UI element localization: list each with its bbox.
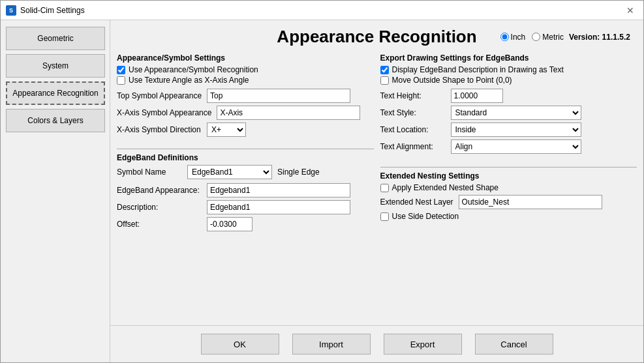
cb-use-texture-label: Use Texture Angle as X-Axis Angle: [129, 76, 249, 85]
main-window: S Solid-Cim Settings ✕ Geometric System …: [0, 0, 644, 363]
symbol-name-label: Symbol Name: [117, 167, 182, 177]
offset-label: Offset:: [117, 220, 202, 229]
cb-move-outside[interactable]: [380, 76, 389, 85]
text-location-row: Text Location: Inside Outside: [380, 123, 637, 137]
text-style-label: Text Style:: [380, 108, 446, 117]
text-location-label: Text Location:: [380, 125, 446, 134]
xaxis-symbol-row: X-Axis Symbol Appearance: [117, 106, 374, 120]
radio-inch-item: Inch: [500, 33, 526, 42]
text-style-select[interactable]: Standard: [451, 106, 581, 120]
description-label: Description:: [117, 203, 202, 212]
extended-nest-layer-row: Extended Nest Layer: [380, 195, 637, 209]
xaxis-direction-row: X-Axis Symbol Direction X+ X- Y+ Y-: [117, 123, 374, 137]
radio-inch-label: Inch: [511, 33, 526, 42]
cb-use-side-detection[interactable]: [380, 212, 389, 221]
close-button[interactable]: ✕: [622, 4, 638, 17]
edgeband-appearance-row: EdgeBand Appearance:: [117, 183, 374, 197]
right-panel: Export Drawing Settings for EdgeBands Di…: [380, 53, 637, 325]
cb-apply-extended-label: Apply Extended Nested Shape: [392, 183, 498, 192]
radio-metric-item: Metric: [532, 33, 564, 42]
sidebar-item-system[interactable]: System: [6, 54, 105, 78]
sidebar-item-geometric[interactable]: Geometric: [6, 27, 105, 50]
title-bar-left: S Solid-Cim Settings: [6, 5, 85, 16]
cb-move-outside-label: Move Outside Shape to Point (0,0): [392, 76, 512, 85]
panels-row: Appearance/Symbol Settings Use Appearanc…: [110, 53, 643, 325]
cb-use-side-detection-label: Use Side Detection: [392, 212, 459, 221]
app-icon: S: [6, 5, 16, 16]
cb-display-edgeband[interactable]: [380, 66, 389, 74]
description-input[interactable]: [207, 200, 350, 214]
radio-metric-label: Metric: [542, 33, 564, 42]
edgeband-section: EdgeBand Definitions Symbol Name EdgeBan…: [117, 149, 374, 234]
ok-button[interactable]: OK: [201, 334, 279, 355]
radio-inch[interactable]: [500, 33, 509, 41]
text-alignment-select[interactable]: Align Left Center Right: [451, 139, 581, 154]
cb-use-appearance-row: Use Appearance/Symbol Recognition: [117, 65, 374, 74]
text-alignment-label: Text Alignment:: [380, 142, 446, 151]
right-section-upper: Export Drawing Settings for EdgeBands Di…: [380, 53, 637, 156]
unit-radio-group: Inch Metric: [500, 33, 564, 42]
text-location-select[interactable]: Inside Outside: [451, 123, 581, 137]
page-title: Appearance Recognition: [277, 27, 476, 47]
left-panel: Appearance/Symbol Settings Use Appearanc…: [117, 53, 374, 325]
sidebar: Geometric System Appearance Recognition …: [1, 20, 110, 362]
export-button[interactable]: Export: [384, 334, 462, 355]
cb-display-edgeband-row: Display EdgeBand Description in Drawing …: [380, 65, 637, 74]
offset-row: Offset:: [117, 217, 374, 231]
xaxis-direction-select[interactable]: X+ X- Y+ Y-: [207, 123, 246, 137]
cancel-button[interactable]: Cancel: [475, 334, 553, 355]
single-edge-label: Single Edge: [277, 167, 320, 177]
xaxis-direction-label: X-Axis Symbol Direction: [117, 125, 202, 134]
xaxis-symbol-label: X-Axis Symbol Appearance: [117, 108, 211, 117]
text-height-input[interactable]: [451, 89, 503, 103]
symbol-name-select[interactable]: EdgeBand1: [187, 165, 272, 179]
xaxis-symbol-input[interactable]: [217, 106, 360, 120]
main-panel: Appearance Recognition Inch Metric Versi…: [110, 20, 643, 362]
cb-move-outside-row: Move Outside Shape to Point (0,0): [380, 76, 637, 85]
cb-display-edgeband-label: Display EdgeBand Description in Drawing …: [392, 65, 564, 74]
edgeband-symbol-row: Symbol Name EdgeBand1 Single Edge: [117, 165, 374, 179]
extended-nesting-title: Extended Nesting Settings: [380, 171, 637, 181]
top-symbol-input[interactable]: [207, 89, 350, 103]
import-button[interactable]: Import: [292, 334, 371, 355]
offset-input[interactable]: [207, 217, 253, 231]
cb-use-texture-row: Use Texture Angle as X-Axis Angle: [117, 76, 374, 85]
appearance-section: Appearance/Symbol Settings Use Appearanc…: [117, 53, 374, 139]
text-alignment-row: Text Alignment: Align Left Center Right: [380, 139, 637, 154]
edgeband-appearance-label: EdgeBand Appearance:: [117, 186, 202, 195]
cb-apply-extended[interactable]: [380, 184, 389, 192]
cb-use-appearance[interactable]: [117, 66, 125, 74]
edgeband-appearance-input[interactable]: [207, 183, 350, 197]
extended-nesting-section: Extended Nesting Settings Apply Extended…: [380, 167, 637, 222]
header-right: Inch Metric Version: 11.1.5.2: [500, 33, 630, 42]
description-row: Description:: [117, 200, 374, 214]
version-label: Version: 11.1.5.2: [569, 33, 630, 42]
text-height-label: Text Height:: [380, 91, 446, 100]
text-style-row: Text Style: Standard: [380, 106, 637, 120]
top-symbol-row: Top Symbol Appearance: [117, 89, 374, 103]
cb-use-side-detection-row: Use Side Detection: [380, 212, 637, 221]
page-header: Appearance Recognition Inch Metric Versi…: [110, 20, 643, 53]
cb-use-appearance-label: Use Appearance/Symbol Recognition: [129, 65, 258, 74]
footer: OK Import Export Cancel: [110, 325, 643, 362]
extended-nest-layer-label: Extended Nest Layer: [380, 197, 453, 207]
export-section-title: Export Drawing Settings for EdgeBands: [380, 53, 637, 63]
extended-nest-layer-input[interactable]: [459, 195, 602, 209]
top-symbol-label: Top Symbol Appearance: [117, 91, 202, 100]
cb-apply-extended-row: Apply Extended Nested Shape: [380, 183, 637, 192]
sidebar-item-appearance-recognition[interactable]: Appearance Recognition: [6, 81, 105, 105]
edgeband-section-title: EdgeBand Definitions: [117, 153, 374, 162]
radio-metric[interactable]: [532, 33, 540, 41]
content-area: Geometric System Appearance Recognition …: [1, 20, 643, 362]
title-bar: S Solid-Cim Settings ✕: [1, 1, 643, 20]
cb-use-texture[interactable]: [117, 76, 125, 85]
text-height-row: Text Height:: [380, 89, 637, 103]
appearance-section-title: Appearance/Symbol Settings: [117, 53, 374, 63]
sidebar-item-colors-layers[interactable]: Colors & Layers: [6, 109, 105, 132]
window-title: Solid-Cim Settings: [20, 6, 85, 15]
